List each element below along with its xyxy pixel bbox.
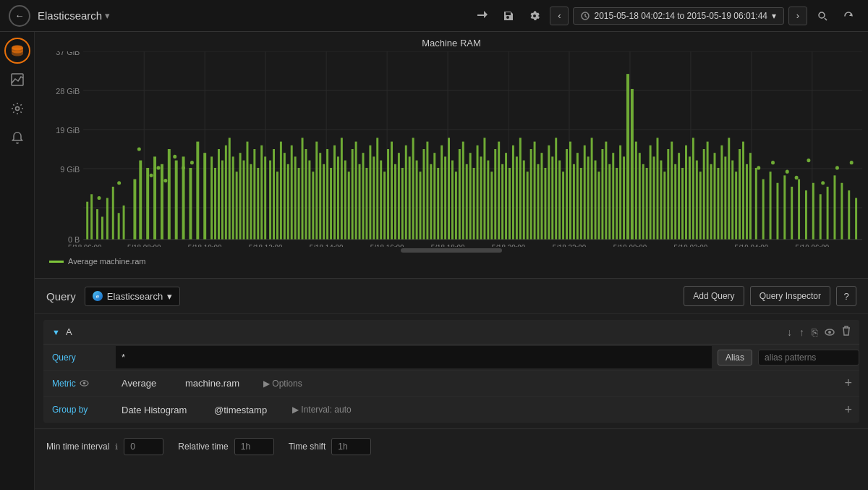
help-button[interactable]: ? xyxy=(836,286,856,306)
svg-rect-45 xyxy=(106,198,109,240)
metric-row: Metric Average machine.ram Options + xyxy=(43,371,859,397)
relative-time-input[interactable] xyxy=(234,438,274,455)
metric-label: Metric xyxy=(52,379,76,389)
svg-rect-64 xyxy=(175,161,178,240)
time-shift-input[interactable] xyxy=(331,438,371,455)
group-by-type: Date Histogram xyxy=(122,405,208,415)
svg-rect-136 xyxy=(451,161,454,240)
svg-rect-168 xyxy=(566,149,568,240)
svg-point-4 xyxy=(15,107,19,111)
svg-text:5/19 02:00: 5/19 02:00 xyxy=(674,244,708,247)
min-time-info-icon[interactable]: ℹ xyxy=(115,442,118,452)
move-up-button[interactable]: ↑ xyxy=(799,326,804,338)
toggle-visibility-button[interactable] xyxy=(825,326,835,338)
svg-rect-212 xyxy=(724,156,726,239)
sidebar-item-settings[interactable] xyxy=(4,96,30,122)
svg-rect-175 xyxy=(591,138,593,239)
svg-point-1 xyxy=(819,12,825,18)
svg-rect-149 xyxy=(498,142,500,240)
time-prev-button[interactable]: ‹ xyxy=(550,7,569,25)
svg-rect-179 xyxy=(605,142,607,240)
svg-rect-128 xyxy=(422,149,425,240)
svg-rect-46 xyxy=(112,187,114,240)
delete-button[interactable] xyxy=(842,326,851,338)
move-down-button[interactable]: ↓ xyxy=(787,326,792,338)
svg-rect-129 xyxy=(426,142,428,240)
chart-scrollbar[interactable] xyxy=(35,247,868,254)
svg-rect-79 xyxy=(246,142,248,240)
query-row-label: Query xyxy=(43,347,116,368)
group-by-interval-toggle[interactable]: Interval: auto xyxy=(292,405,352,415)
svg-rect-150 xyxy=(501,164,503,240)
sidebar-item-visualization[interactable] xyxy=(4,67,30,93)
svg-rect-69 xyxy=(210,156,213,239)
svg-point-237 xyxy=(786,170,789,174)
refresh-button[interactable] xyxy=(838,5,859,27)
svg-rect-224 xyxy=(783,175,786,239)
chart-legend: Average machine.ram xyxy=(35,254,868,269)
dashboard-title: Elasticsearch xyxy=(38,9,102,22)
group-by-row: Group by Date Histogram @timestamp Inter… xyxy=(43,397,859,423)
svg-rect-203 xyxy=(692,138,694,239)
svg-text:5/18 18:00: 5/18 18:00 xyxy=(431,244,465,247)
svg-rect-95 xyxy=(305,149,307,240)
metric-visibility-icon[interactable] xyxy=(80,379,89,388)
back-button[interactable]: ← xyxy=(9,5,30,27)
svg-point-241 xyxy=(835,166,839,169)
datasource-select[interactable]: e Elasticsearch ▾ xyxy=(85,287,180,306)
svg-rect-215 xyxy=(735,172,737,239)
metric-row-content: Average machine.ram Options xyxy=(116,373,837,393)
time-range-picker[interactable]: 2015-05-18 04:02:14 to 2015-05-19 06:01:… xyxy=(573,7,784,25)
share-button[interactable] xyxy=(472,5,493,27)
time-next-button[interactable]: › xyxy=(788,7,807,25)
svg-rect-204 xyxy=(696,161,698,240)
svg-rect-144 xyxy=(480,156,482,239)
svg-rect-74 xyxy=(229,138,231,239)
svg-rect-197 xyxy=(671,142,673,240)
svg-rect-111 xyxy=(362,153,365,239)
svg-rect-173 xyxy=(584,145,586,240)
svg-rect-60 xyxy=(146,168,149,240)
alias-input[interactable] xyxy=(758,350,859,366)
svg-rect-191 xyxy=(650,145,652,240)
svg-rect-78 xyxy=(243,161,245,240)
save-button[interactable] xyxy=(498,5,519,27)
svg-rect-73 xyxy=(225,145,227,240)
svg-point-236 xyxy=(771,161,775,164)
query-text-field[interactable] xyxy=(116,346,712,368)
add-query-button[interactable]: Add Query xyxy=(684,286,744,306)
svg-rect-147 xyxy=(490,172,493,239)
title-dropdown[interactable]: ▾ xyxy=(105,10,110,21)
settings-button[interactable] xyxy=(524,5,545,27)
alias-button[interactable]: Alias xyxy=(718,350,752,366)
svg-rect-188 xyxy=(639,153,641,239)
svg-rect-88 xyxy=(280,142,282,240)
svg-rect-226 xyxy=(798,179,800,240)
metric-options-toggle[interactable]: Options xyxy=(263,379,302,389)
metric-add-button[interactable]: + xyxy=(837,376,859,391)
svg-rect-233 xyxy=(848,190,850,240)
svg-rect-120 xyxy=(394,164,396,240)
svg-rect-216 xyxy=(739,149,741,240)
sidebar-item-alerts[interactable] xyxy=(4,124,30,151)
min-time-interval-input[interactable] xyxy=(124,438,163,455)
content-area: Machine RAM 37 GiB 28 GiB 19 GiB 9 GiB 0… xyxy=(35,32,868,490)
main-layout: Machine RAM 37 GiB 28 GiB 19 GiB 9 GiB 0… xyxy=(0,32,868,490)
collapse-arrow[interactable]: ▼ xyxy=(52,328,60,337)
svg-point-239 xyxy=(807,159,810,162)
svg-rect-110 xyxy=(359,164,361,240)
duplicate-button[interactable]: ⎘ xyxy=(812,326,817,338)
svg-rect-108 xyxy=(352,149,354,240)
svg-rect-185 xyxy=(626,74,629,239)
metric-row-label: Metric xyxy=(43,373,116,394)
group-by-add-button[interactable]: + xyxy=(837,402,859,418)
zoom-button[interactable] xyxy=(812,5,833,27)
chart-title: Machine RAM xyxy=(35,38,868,48)
time-dropdown-icon: ▾ xyxy=(772,11,776,21)
svg-rect-99 xyxy=(319,153,321,239)
svg-text:0 B: 0 B xyxy=(68,235,80,244)
svg-rect-113 xyxy=(369,145,371,240)
sidebar-item-datasource[interactable] xyxy=(4,38,30,64)
svg-rect-93 xyxy=(298,168,300,240)
query-inspector-button[interactable]: Query Inspector xyxy=(750,286,830,306)
